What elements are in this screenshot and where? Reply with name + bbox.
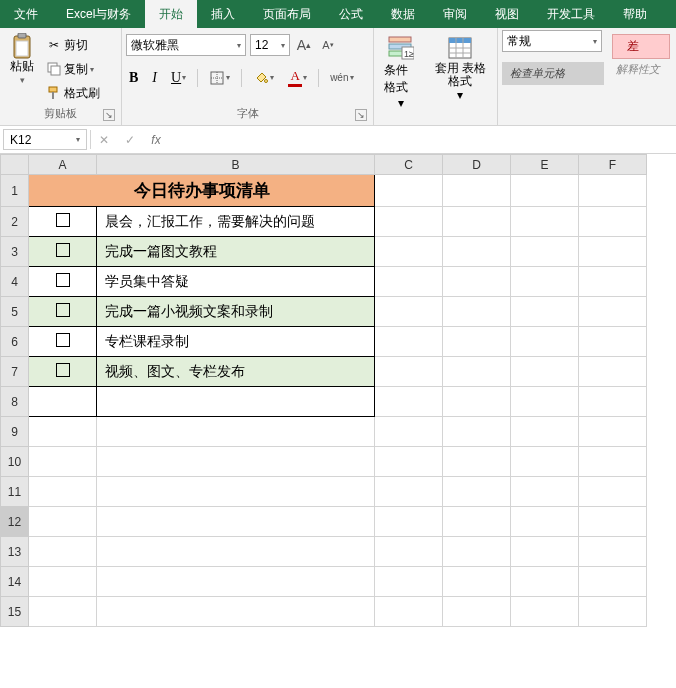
format-painter-button[interactable]: 格式刷 (44, 82, 102, 104)
tab-file[interactable]: 文件 (0, 0, 52, 28)
cell[interactable] (29, 447, 97, 477)
cell[interactable] (375, 387, 443, 417)
cell[interactable] (511, 597, 579, 627)
cell[interactable] (579, 327, 647, 357)
dialog-launcher-icon[interactable]: ↘ (355, 109, 367, 121)
col-header-B[interactable]: B (97, 155, 375, 175)
cell-checkbox[interactable] (29, 357, 97, 387)
cell[interactable] (579, 537, 647, 567)
cell[interactable] (511, 357, 579, 387)
tab-data[interactable]: 数据 (377, 0, 429, 28)
cell[interactable] (443, 567, 511, 597)
tab-review[interactable]: 审阅 (429, 0, 481, 28)
cell-title[interactable]: 今日待办事项清单 (29, 175, 375, 207)
cell[interactable] (511, 327, 579, 357)
row-header[interactable]: 8 (1, 387, 29, 417)
cell[interactable] (97, 447, 375, 477)
cell[interactable] (443, 387, 511, 417)
cell[interactable] (511, 207, 579, 237)
cell[interactable] (579, 297, 647, 327)
cell[interactable] (579, 387, 647, 417)
cell[interactable] (97, 537, 375, 567)
cell[interactable] (579, 507, 647, 537)
cell[interactable] (579, 237, 647, 267)
cell[interactable] (579, 267, 647, 297)
cell[interactable] (375, 447, 443, 477)
cell[interactable] (443, 267, 511, 297)
row-header[interactable]: 5 (1, 297, 29, 327)
row-header[interactable]: 12 (1, 507, 29, 537)
row-header[interactable]: 14 (1, 567, 29, 597)
tab-help[interactable]: 帮助 (609, 0, 661, 28)
font-name-dropdown[interactable]: 微软雅黑 ▾ (126, 34, 246, 56)
row-header[interactable]: 7 (1, 357, 29, 387)
row-header[interactable]: 3 (1, 237, 29, 267)
cell[interactable] (443, 537, 511, 567)
tab-formulas[interactable]: 公式 (325, 0, 377, 28)
cell-todo[interactable]: 视频、图文、专栏发布 (97, 357, 375, 387)
row-header[interactable]: 2 (1, 207, 29, 237)
cell[interactable] (443, 175, 511, 207)
cell[interactable] (579, 447, 647, 477)
cancel-formula-button[interactable]: ✕ (91, 126, 117, 153)
cell[interactable] (443, 357, 511, 387)
cell-checkbox[interactable] (29, 267, 97, 297)
cell-checkbox[interactable] (29, 207, 97, 237)
tab-developer[interactable]: 开发工具 (533, 0, 609, 28)
cell[interactable] (579, 357, 647, 387)
name-box[interactable]: K12 ▾ (3, 129, 87, 150)
cell[interactable] (375, 237, 443, 267)
tab-pagelayout[interactable]: 页面布局 (249, 0, 325, 28)
cell[interactable] (579, 597, 647, 627)
col-header-F[interactable]: F (579, 155, 647, 175)
cell[interactable] (443, 477, 511, 507)
cell[interactable] (511, 507, 579, 537)
cell[interactable] (443, 327, 511, 357)
select-all-corner[interactable] (1, 155, 29, 175)
conditional-format-button[interactable]: 1≥ 条件格式 ▾ (378, 30, 424, 114)
underline-button[interactable]: U▾ (168, 68, 189, 88)
cell[interactable] (375, 567, 443, 597)
row-header[interactable]: 4 (1, 267, 29, 297)
cell[interactable] (29, 537, 97, 567)
decrease-font-button[interactable]: A▾ (318, 35, 338, 55)
cell[interactable] (375, 357, 443, 387)
cell[interactable] (579, 207, 647, 237)
cell[interactable] (29, 597, 97, 627)
cell[interactable] (443, 507, 511, 537)
col-header-E[interactable]: E (511, 155, 579, 175)
col-header-C[interactable]: C (375, 155, 443, 175)
formula-input[interactable] (169, 126, 676, 153)
cell[interactable] (29, 387, 97, 417)
cell[interactable] (375, 297, 443, 327)
border-button[interactable]: ▾ (206, 68, 233, 88)
tab-view[interactable]: 视图 (481, 0, 533, 28)
cell-checkbox[interactable] (29, 297, 97, 327)
row-header[interactable]: 6 (1, 327, 29, 357)
cell[interactable] (511, 567, 579, 597)
check-cell-style[interactable]: 检查单元格 (502, 62, 604, 85)
col-header-D[interactable]: D (443, 155, 511, 175)
cell-todo[interactable]: 晨会，汇报工作，需要解决的问题 (97, 207, 375, 237)
cell[interactable] (443, 207, 511, 237)
cell-checkbox[interactable] (29, 327, 97, 357)
phonetic-button[interactable]: wén ▾ (327, 70, 356, 85)
cell[interactable] (511, 417, 579, 447)
row-header[interactable]: 13 (1, 537, 29, 567)
cell[interactable] (511, 387, 579, 417)
copy-button[interactable]: 复制 ▾ (44, 58, 102, 80)
cell[interactable] (443, 417, 511, 447)
cell[interactable] (97, 417, 375, 447)
table-format-button[interactable]: 套用 表格格式 ▾ (428, 30, 493, 106)
cell[interactable] (443, 237, 511, 267)
fill-color-button[interactable]: ▾ (250, 68, 277, 88)
cell[interactable] (375, 477, 443, 507)
cell[interactable] (97, 597, 375, 627)
cell[interactable] (375, 175, 443, 207)
cell[interactable] (29, 567, 97, 597)
cut-button[interactable]: ✂ 剪切 (44, 34, 102, 56)
cell[interactable] (511, 237, 579, 267)
cell[interactable] (97, 477, 375, 507)
cell-todo[interactable]: 学员集中答疑 (97, 267, 375, 297)
cell[interactable] (579, 477, 647, 507)
